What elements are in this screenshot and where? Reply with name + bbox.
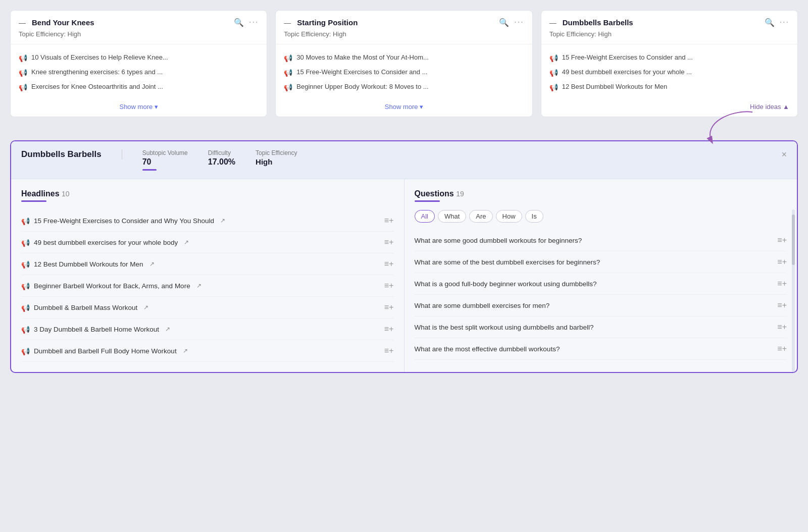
filter-tabs: All What Are How Is	[415, 210, 787, 223]
topic-efficiency-value: High	[256, 157, 297, 166]
minus-icon: —	[19, 19, 26, 27]
headline-item: 📢 Dumbbell & Barbell Mass Workout ↗ ≡+	[21, 297, 394, 318]
filter-tab-are[interactable]: Are	[469, 210, 492, 223]
subtopic-volume-label: Subtopic Volume	[142, 149, 188, 156]
add-to-list-icon[interactable]: ≡+	[777, 279, 787, 288]
panel-close-button[interactable]: ×	[781, 149, 787, 160]
card-efficiency: Topic Efficiency: High	[276, 30, 532, 42]
megaphone-icon: 📢	[284, 69, 292, 77]
cards-row: — Bend Your Knees 🔍 ··· Topic Efficiency…	[10, 10, 798, 117]
list-item: 📢 12 Best Dumbbell Workouts for Men	[549, 80, 789, 94]
panel-headlines-section: Headlines 10 📢 15 Free-Weight Exercises …	[11, 179, 405, 372]
add-to-list-icon[interactable]: ≡+	[777, 323, 787, 332]
show-more-link[interactable]: Show more ▾	[119, 103, 158, 111]
difficulty-value: 17.00%	[208, 157, 235, 167]
card-icons: 🔍 ···	[234, 18, 259, 27]
card-items: 📢 30 Moves to Make the Most of Your At-H…	[276, 50, 532, 96]
card-dumbbells-barbells: — Dumbbells Barbells 🔍 ··· Topic Efficie…	[541, 10, 798, 117]
search-icon[interactable]: 🔍	[234, 18, 244, 27]
scrollbar-track[interactable]	[792, 209, 795, 372]
card-title-row: — Dumbbells Barbells	[549, 18, 633, 27]
list-item: 📢 Beginner Upper Body Workout: 8 Moves t…	[284, 80, 524, 94]
panel-header: Dumbbells Barbells Subtopic Volume 70 Di…	[11, 141, 797, 179]
arrow-annotation-container	[10, 117, 798, 132]
search-icon[interactable]: 🔍	[499, 18, 509, 27]
more-icon[interactable]: ···	[514, 18, 524, 27]
question-item: What are some good dumbbell workouts for…	[415, 230, 787, 251]
show-more-link[interactable]: Show more ▾	[385, 103, 423, 111]
headline-item-left: 📢 Dumbbell and Barbell Full Body Home Wo…	[21, 347, 188, 355]
headline-item: 📢 15 Free-Weight Exercises to Consider a…	[21, 210, 394, 232]
filter-tab-all[interactable]: All	[415, 210, 435, 223]
card-bend-your-knees: — Bend Your Knees 🔍 ··· Topic Efficiency…	[10, 10, 267, 117]
megaphone-muted-icon: 📢	[21, 326, 30, 334]
external-link-icon[interactable]: ↗	[149, 260, 155, 268]
more-icon[interactable]: ···	[780, 18, 789, 27]
external-link-icon[interactable]: ↗	[183, 347, 188, 354]
megaphone-icon: 📢	[19, 83, 27, 91]
filter-tab-how[interactable]: How	[496, 210, 522, 223]
headline-item-left: 📢 15 Free-Weight Exercises to Consider a…	[21, 217, 225, 225]
add-to-list-icon[interactable]: ≡+	[777, 236, 787, 245]
add-to-list-icon[interactable]: ≡+	[777, 301, 787, 310]
card-starting-position: — Starting Position 🔍 ··· Topic Efficien…	[275, 10, 532, 117]
more-icon[interactable]: ···	[249, 18, 259, 27]
external-link-icon[interactable]: ↗	[165, 326, 170, 333]
headlines-heading: Headlines 10	[21, 189, 394, 198]
megaphone-icon: 📢	[21, 304, 30, 312]
card-header: — Starting Position 🔍 ···	[276, 11, 532, 30]
card-efficiency: Topic Efficiency: High	[541, 30, 797, 42]
add-to-list-icon[interactable]: ≡+	[384, 303, 394, 312]
list-item: 📢 15 Free-Weight Exercises to Consider a…	[284, 65, 524, 80]
add-to-list-icon[interactable]: ≡+	[384, 281, 394, 290]
megaphone-icon: 📢	[549, 83, 558, 91]
panel-body: Headlines 10 📢 15 Free-Weight Exercises …	[11, 179, 797, 372]
difficulty-label: Difficulty	[208, 149, 235, 156]
card-header: — Bend Your Knees 🔍 ···	[11, 11, 267, 30]
card-header: — Dumbbells Barbells 🔍 ···	[541, 11, 797, 30]
card-items: 📢 15 Free-Weight Exercises to Consider a…	[541, 50, 797, 96]
megaphone-icon: 📢	[549, 69, 558, 77]
list-item: 📢 15 Free-Weight Exercises to Consider a…	[549, 50, 789, 65]
filter-tab-is[interactable]: Is	[525, 210, 543, 223]
scrollbar-thumb[interactable]	[792, 215, 795, 265]
megaphone-icon: 📢	[284, 83, 292, 91]
headline-item-left: 📢 12 Best Dumbbell Workouts for Men ↗	[21, 260, 155, 269]
megaphone-icon: 📢	[549, 54, 558, 62]
add-to-list-icon[interactable]: ≡+	[384, 216, 394, 225]
card-divider	[276, 44, 532, 44]
headline-item: 📢 Dumbbell and Barbell Full Body Home Wo…	[21, 340, 394, 362]
filter-tab-what[interactable]: What	[438, 210, 466, 223]
add-to-list-icon[interactable]: ≡+	[384, 238, 394, 247]
external-link-icon[interactable]: ↗	[143, 304, 148, 311]
headline-item: 📢 3 Day Dumbbell & Barbell Home Workout …	[21, 318, 394, 340]
add-to-list-icon[interactable]: ≡+	[777, 344, 787, 353]
add-to-list-icon[interactable]: ≡+	[384, 346, 394, 355]
headline-item: 📢 49 best dumbbell exercises for your wh…	[21, 232, 394, 253]
dumbbells-barbells-panel: Dumbbells Barbells Subtopic Volume 70 Di…	[10, 140, 798, 373]
question-item: What are some dumbbell exercises for men…	[415, 295, 787, 316]
hide-ideas-link[interactable]: Hide ideas ▲	[750, 103, 789, 111]
external-link-icon[interactable]: ↗	[184, 239, 189, 246]
headline-item-left: 📢 49 best dumbbell exercises for your wh…	[21, 238, 189, 247]
external-link-icon[interactable]: ↗	[196, 282, 201, 289]
subtopic-underline	[142, 169, 157, 171]
add-to-list-icon[interactable]: ≡+	[384, 259, 394, 269]
card-title-row: — Bend Your Knees	[19, 18, 94, 27]
megaphone-icon: 📢	[21, 282, 30, 290]
add-to-list-icon[interactable]: ≡+	[384, 325, 394, 334]
headline-item: 📢 Beginner Barbell Workout for Back, Arm…	[21, 275, 394, 297]
card-title-row: — Starting Position	[284, 18, 358, 27]
external-link-icon[interactable]: ↗	[220, 217, 225, 224]
headlines-count: 10	[62, 190, 70, 198]
headline-item-left: 📢 Beginner Barbell Workout for Back, Arm…	[21, 282, 201, 290]
question-item: What are some of the best dumbbell exerc…	[415, 251, 787, 273]
question-item: What are the most effective dumbbell wor…	[415, 338, 787, 360]
questions-heading: Questions 19	[415, 189, 787, 198]
card-icons: 🔍 ···	[765, 18, 789, 27]
search-icon[interactable]: 🔍	[765, 18, 775, 27]
question-item: What is the best split workout using dum…	[415, 316, 787, 338]
add-to-list-icon[interactable]: ≡+	[777, 257, 787, 267]
headline-item: 📢 12 Best Dumbbell Workouts for Men ↗ ≡+	[21, 253, 394, 275]
minus-icon: —	[549, 19, 557, 27]
